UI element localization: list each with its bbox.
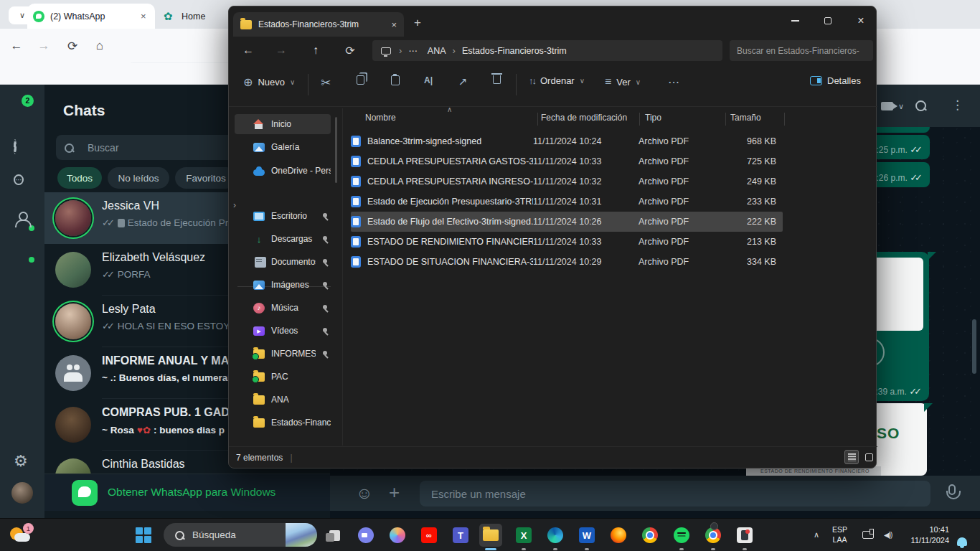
status-icon[interactable] [14, 141, 31, 158]
column-tipo[interactable]: Tipo [645, 113, 661, 123]
explorer-search-box[interactable] [730, 40, 873, 61]
channels-icon[interactable]: ⋯ [14, 172, 31, 189]
back-icon[interactable]: ← [7, 37, 26, 55]
mic-icon[interactable] [948, 484, 956, 495]
new-tab-icon[interactable]: + [414, 16, 421, 30]
weather-widget[interactable]: 1 [9, 523, 34, 547]
taskbar-firefox[interactable] [607, 524, 630, 547]
more-commands-icon[interactable]: ⋯ [668, 75, 679, 89]
divider[interactable] [639, 113, 640, 126]
video-call-icon[interactable] [881, 102, 893, 110]
home-icon[interactable]: ⌂ [90, 37, 109, 55]
taskbar-acrobat[interactable]: ∞ [418, 524, 440, 547]
call-chevron-icon[interactable]: ∨ [898, 102, 904, 111]
task-view-button[interactable] [323, 524, 346, 547]
paste-icon[interactable] [391, 75, 400, 85]
column-nombre[interactable]: Nombre [365, 113, 396, 123]
nav-imagenes[interactable]: Imágenes [235, 275, 331, 295]
breadcrumb-ana[interactable]: ANA [428, 46, 446, 56]
nav-estados-financieros[interactable]: Estados-Financi [235, 413, 331, 433]
breadcrumb[interactable]: › ⋯ ANA › Estados-Financieros-3trim [372, 40, 722, 61]
taskbar-edge[interactable] [544, 524, 567, 547]
notifications-bell-icon[interactable] [957, 537, 967, 546]
nav-inicio[interactable]: Inicio [235, 114, 331, 134]
close-button[interactable]: × [844, 6, 877, 35]
column-fecha[interactable]: Fecha de modificación [541, 113, 627, 123]
nav-videos[interactable]: ▶Vídeos [235, 321, 331, 341]
rename-icon[interactable]: A| [424, 75, 433, 85]
breadcrumb-current[interactable]: Estados-Financieros-3trim [462, 46, 567, 56]
emoji-icon[interactable]: ☺ [356, 484, 372, 503]
maximize-button[interactable] [811, 6, 844, 35]
clock[interactable]: 10:4111/11/2024 [900, 524, 949, 546]
minimize-button[interactable] [778, 6, 811, 35]
language-indicator[interactable]: ESPLAA [832, 524, 847, 545]
details-pane-button[interactable]: Detalles [810, 75, 861, 86]
file-row[interactable]: CEDULA PRESUPUESTARIA GASTOS-3TRI... 11/… [351, 151, 783, 171]
nav-galeria[interactable]: Galería [235, 137, 331, 157]
taskbar-teams[interactable]: T [449, 524, 472, 547]
nav-pac[interactable]: PAC [235, 367, 331, 387]
divider[interactable] [784, 113, 785, 126]
taskbar-chrome-profile[interactable] [702, 524, 725, 547]
share-icon[interactable]: ↗ [458, 75, 468, 88]
tab-close-icon[interactable]: × [141, 11, 149, 22]
large-icons-view-toggle[interactable] [862, 450, 876, 464]
hidden-icons-chevron[interactable]: ∧ [814, 530, 819, 540]
conversation-menu-icon[interactable]: ⋮ [951, 98, 963, 113]
file-row[interactable]: Estado de Ejecución Presupuestario-3TRI.… [351, 192, 783, 212]
nav-escritorio[interactable]: Escritorio [235, 206, 331, 226]
taskbar-excel[interactable]: X [512, 524, 535, 547]
file-row[interactable]: CEDULA PRESUPUESTARIA INGRESO-3TRI... 11… [351, 171, 783, 192]
forward-icon[interactable]: → [34, 37, 53, 55]
cut-icon[interactable]: ✂ [321, 75, 331, 90]
filter-no-leidos[interactable]: No leídos [108, 167, 169, 189]
taskbar-chat-app[interactable] [354, 524, 377, 547]
nav-informes[interactable]: INFORMES [235, 344, 331, 364]
get-whatsapp-banner[interactable]: Obtener WhatsApp para Windows [44, 474, 330, 511]
column-tamano[interactable]: Tamaño [730, 113, 761, 123]
file-row[interactable]: Balance-3trim-signed-signed 11/11/2024 1… [351, 131, 783, 151]
reload-icon[interactable]: ⟳ [63, 37, 82, 55]
taskbar-word[interactable]: W [575, 524, 598, 547]
taskbar-search[interactable]: Búsqueda [164, 523, 317, 547]
message-input[interactable] [420, 481, 930, 507]
forward-icon[interactable]: → [270, 40, 292, 60]
tab-home[interactable]: ✿ Home [159, 4, 238, 29]
filter-todos[interactable]: Todos [57, 167, 102, 189]
file-row[interactable]: ESTADO DE SITUACION FINANCIERA-3tri... 1… [351, 252, 783, 272]
details-view-toggle[interactable] [844, 450, 859, 464]
tab-close-icon[interactable]: × [391, 19, 397, 30]
profile-avatar[interactable] [11, 482, 33, 504]
taskbar-app-dark[interactable] [733, 524, 756, 547]
sort-button[interactable]: ↑↓Ordenar∨ [529, 75, 585, 86]
volume-icon[interactable]: ◀)) [884, 531, 892, 539]
explorer-search-input[interactable] [737, 46, 866, 56]
chat-scrollbar[interactable] [972, 319, 976, 374]
taskbar-copilot[interactable] [386, 524, 409, 547]
refresh-icon[interactable]: ⟳ [339, 40, 361, 60]
explorer-tab[interactable]: Estados-Financieros-3trim × [233, 12, 404, 37]
nav-onedrive[interactable]: OneDrive - Pers [235, 161, 331, 181]
tab-whatsapp[interactable]: (2) WhatsApp × [27, 4, 155, 29]
network-icon[interactable] [862, 531, 874, 539]
file-row-selected[interactable]: Estado de Flujo del Efectivo-3trim-signe… [351, 212, 783, 232]
taskbar-chrome[interactable] [639, 524, 661, 547]
nav-scrollbar[interactable] [335, 117, 337, 183]
taskbar-spotify[interactable] [670, 524, 693, 547]
file-row[interactable]: ESTADO DE RENDIMIENTO FINANCIERO-... 11/… [351, 232, 783, 252]
nav-descargas[interactable]: ↓Descargas [235, 229, 331, 249]
copy-icon[interactable] [357, 75, 364, 85]
new-button[interactable]: ⊕Nuevo∨ [243, 75, 295, 89]
start-button[interactable] [132, 524, 155, 547]
this-pc-icon[interactable] [381, 47, 391, 55]
nav-ana[interactable]: ANA [235, 390, 331, 410]
nav-documentos[interactable]: Documentos [235, 252, 331, 272]
attach-plus-icon[interactable]: + [389, 481, 400, 504]
nav-musica[interactable]: ♪Música [235, 298, 331, 318]
settings-gear-icon[interactable]: ⚙ [14, 452, 31, 469]
back-icon[interactable]: ← [237, 40, 259, 60]
divider[interactable] [537, 113, 538, 126]
communities-icon[interactable] [14, 211, 31, 228]
delete-icon[interactable] [493, 75, 501, 84]
